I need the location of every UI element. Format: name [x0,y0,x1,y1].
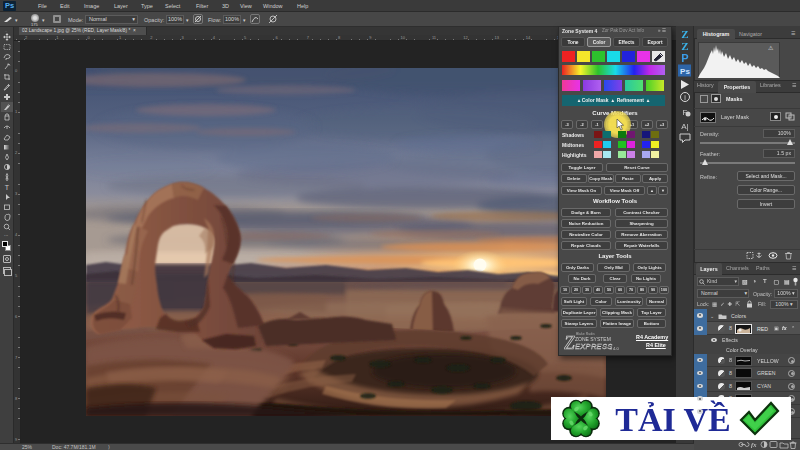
svg-text:Z: Z [681,28,688,40]
svg-text:P: P [681,52,688,64]
svg-text:EXPRESS: EXPRESS [575,342,613,351]
svg-text:Ps: Ps [680,67,690,76]
svg-text:Blake Rudis: Blake Rudis [576,332,595,336]
svg-text:Z: Z [564,332,575,353]
svg-text:A|: A| [681,122,688,131]
svg-text:T: T [5,184,10,191]
svg-text:Z: Z [681,40,688,52]
svg-text:TẢI VỀ: TẢI VỀ [615,400,731,438]
svg-text:fx: fx [751,441,757,448]
svg-text:i: i [684,94,686,101]
svg-text:v 4.0: v 4.0 [610,346,619,351]
